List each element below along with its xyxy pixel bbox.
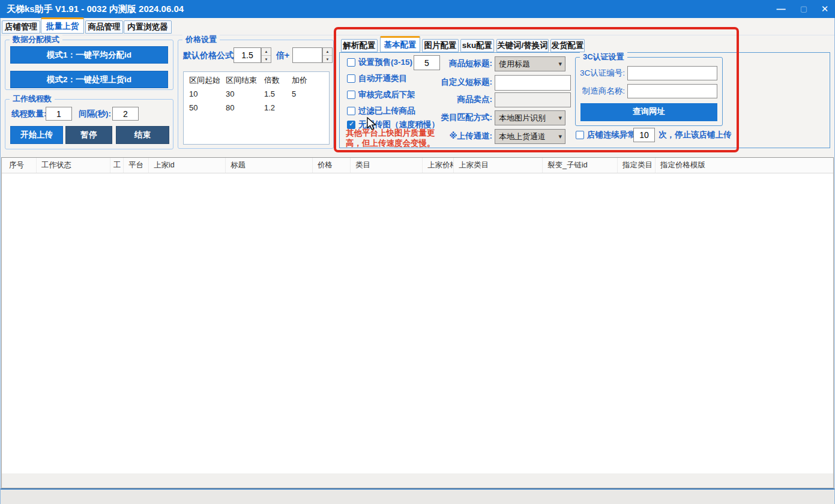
price-row1-end: 30 xyxy=(226,89,234,99)
tab-batch-upload[interactable]: 批量上货 xyxy=(41,17,84,34)
upload-channel-select[interactable]: 本地上货通道 ▾ xyxy=(495,129,565,144)
spin-down-icon[interactable]: ▼ xyxy=(262,56,271,63)
minimize-icon[interactable]: — xyxy=(770,0,792,18)
group-3c-cert-title: 3C认证设置 xyxy=(580,52,627,62)
price-times-label: 倍+ xyxy=(276,50,289,60)
price-formula-value[interactable]: 1.5 xyxy=(234,47,261,63)
price-col-start[interactable]: 区间起始 xyxy=(189,76,220,85)
upload-channel-value: 本地上货通道 xyxy=(499,132,546,141)
start-upload-button[interactable]: 开始上传 xyxy=(10,126,63,144)
custom-short-title-input[interactable] xyxy=(495,75,571,91)
tab-shop-manage[interactable]: 店铺管理 xyxy=(2,20,40,34)
tab-keyword-config[interactable]: 关键词/替换词 xyxy=(496,39,549,52)
col-work-status[interactable]: 工作状态 xyxy=(37,158,110,173)
tab-image-config[interactable]: 图片配置 xyxy=(422,39,459,52)
window-title: 天梯ks助手 V1.91 - 0032 内测版 2024.06.04 xyxy=(7,0,184,18)
col-category[interactable]: 类目 xyxy=(351,158,423,173)
tab-basic-config[interactable]: 基本配置 xyxy=(380,36,420,52)
filter-uploaded-checkbox[interactable] xyxy=(347,107,355,115)
category-match-value: 本地图片识别 xyxy=(499,113,546,122)
custom-short-title-label: 自定义短标题: xyxy=(418,77,492,87)
shop-abnormal-count-input[interactable] xyxy=(633,128,655,142)
spin-up-icon[interactable]: ▲ xyxy=(323,48,332,56)
group-price-title: 价格设置 xyxy=(182,34,220,45)
config-tab-page: 设置预售(3-15) 自动开通类目 审核完成后下架 过滤已上传商品 无损传图（速… xyxy=(339,52,830,148)
group-price: 价格设置 默认价格公式: 1.5 ▲ ▼ 倍+ ▲ ▼ 区间起始 区间结束 倍数… xyxy=(178,40,334,149)
shop-abnormal-suffix: 次，停止该店铺上传 xyxy=(659,130,732,140)
col-truncated[interactable]: 工 xyxy=(110,158,124,173)
col-index[interactable]: 序号 xyxy=(2,158,37,173)
offshelf-label: 审核完成后下架 xyxy=(358,90,415,100)
shop-abnormal-checkbox[interactable] xyxy=(576,131,584,139)
cert-no-input[interactable] xyxy=(627,66,717,80)
presale-checkbox[interactable] xyxy=(347,58,355,67)
chevron-down-icon: ▾ xyxy=(558,111,562,125)
tab-product-manage[interactable]: 商品管理 xyxy=(85,20,123,34)
group-data-mode-title: 数据分配模式 xyxy=(10,34,62,45)
col-title[interactable]: 标题 xyxy=(226,158,313,173)
maker-name-input[interactable] xyxy=(627,84,717,98)
tab-sku-config[interactable]: sku配置 xyxy=(460,39,494,52)
mode1-button[interactable]: 模式1：一键平均分配id xyxy=(10,46,168,64)
price-col-multiple[interactable]: 倍数 xyxy=(264,76,280,85)
interval-label: 间隔(秒): xyxy=(79,109,111,119)
price-times-value[interactable] xyxy=(292,47,322,63)
price-formula-spinner[interactable]: ▲ ▼ xyxy=(261,47,271,63)
tab-parse-config[interactable]: 解析配置 xyxy=(341,39,378,52)
title-bar: 天梯ks助手 V1.91 - 0032 内测版 2024.06.04 — ▢ ✕ xyxy=(0,0,835,18)
selling-point-input[interactable] xyxy=(495,92,571,107)
col-price[interactable]: 价格 xyxy=(313,158,351,173)
app-window: 天梯ks助手 V1.91 - 0032 内测版 2024.06.04 — ▢ ✕… xyxy=(0,0,835,504)
main-tab-strip: 店铺管理 批量上货 商品管理 内置浏览器 xyxy=(2,19,242,34)
col-supplier-price[interactable]: 上家价格 xyxy=(423,158,454,173)
auto-category-label: 自动开通类目 xyxy=(358,74,407,83)
grid-header: 序号 工作状态 工 平台 上家id 标题 价格 类目 上家价格 上家类目 裂变_… xyxy=(2,158,833,173)
col-assigned-category[interactable]: 指定类目 xyxy=(618,158,656,173)
mode2-button[interactable]: 模式2：一键处理上货id xyxy=(10,71,168,88)
tab-builtin-browser[interactable]: 内置浏览器 xyxy=(124,20,172,34)
short-title-label: 商品短标题: xyxy=(418,59,492,68)
thread-count-input[interactable] xyxy=(46,107,72,121)
price-row1-multiple: 1.5 xyxy=(264,89,275,99)
price-row1-markup: 5 xyxy=(292,89,296,99)
cert-no-label: 3C认证编号: xyxy=(577,68,625,78)
price-times-spinner[interactable]: ▲ ▼ xyxy=(322,47,333,63)
work-grid: 序号 工作状态 工 平台 上家id 标题 价格 类目 上家价格 上家类目 裂变_… xyxy=(1,157,834,488)
offshelf-checkbox[interactable] xyxy=(347,91,355,99)
tabpage-divider xyxy=(0,35,835,35)
price-row2-multiple: 1.2 xyxy=(264,103,275,113)
interval-input[interactable] xyxy=(112,107,139,121)
group-threads-title: 工作线程数 xyxy=(10,94,55,104)
col-assigned-price-template[interactable]: 指定价格模版 xyxy=(656,158,833,173)
col-platform[interactable]: 平台 xyxy=(124,158,149,173)
upload-channel-label: ※上传通道: xyxy=(418,131,492,141)
group-threads: 工作线程数 线程数量: 间隔(秒): 开始上传 暂停 结束 xyxy=(5,99,173,149)
tab-shipping-config[interactable]: 发货配置 xyxy=(550,39,585,52)
short-title-value: 使用标题 xyxy=(499,59,530,68)
chevron-down-icon: ▾ xyxy=(558,130,562,143)
stop-button[interactable]: 结束 xyxy=(116,126,169,144)
spin-up-icon[interactable]: ▲ xyxy=(262,48,271,56)
category-match-select[interactable]: 本地图片识别 ▾ xyxy=(495,110,565,125)
pause-button[interactable]: 暂停 xyxy=(65,126,112,144)
window-bottom-strip xyxy=(0,490,835,504)
price-col-markup[interactable]: 加价 xyxy=(292,76,307,85)
col-fission-sublink-id[interactable]: 裂变_子链id xyxy=(543,158,618,173)
group-3c-cert: 3C认证设置 3C认证编号: 制造商名称: 查询网址 xyxy=(575,57,723,126)
thread-count-label: 线程数量: xyxy=(11,109,47,119)
short-title-select[interactable]: 使用标题 ▾ xyxy=(495,56,565,71)
price-col-end[interactable]: 区间结束 xyxy=(226,76,257,85)
close-icon[interactable]: ✕ xyxy=(815,0,835,18)
col-supplier-category[interactable]: 上家类目 xyxy=(454,158,543,173)
maker-name-label: 制造商名称: xyxy=(577,86,625,96)
maximize-icon[interactable]: ▢ xyxy=(793,0,815,18)
query-url-button[interactable]: 查询网址 xyxy=(580,103,717,121)
presale-label: 设置预售(3-15) xyxy=(358,58,412,67)
price-row1-start: 10 xyxy=(189,89,197,99)
price-range-table[interactable]: 区间起始 区间结束 倍数 加价 10 30 1.5 5 50 80 1.2 xyxy=(183,71,330,145)
col-supplier-id[interactable]: 上家id xyxy=(149,158,226,173)
price-formula-label: 默认价格公式: xyxy=(183,50,237,60)
config-tab-strip: 解析配置 基本配置 图片配置 sku配置 关键词/替换词 发货配置 xyxy=(339,37,597,53)
spin-down-icon[interactable]: ▼ xyxy=(323,56,332,63)
auto-category-checkbox[interactable] xyxy=(347,74,355,83)
